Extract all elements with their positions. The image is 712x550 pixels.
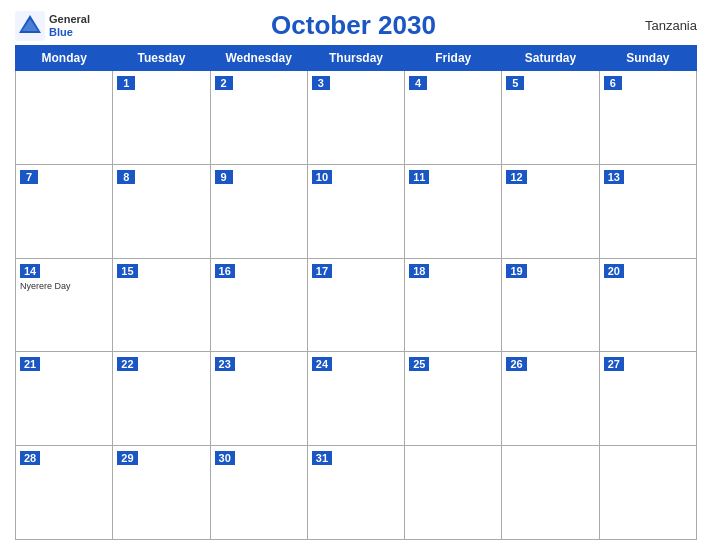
day-number: 12 [506,170,526,184]
calendar-week-row: 28293031 [16,446,697,540]
calendar-cell: 19 [502,258,599,352]
day-number: 20 [604,264,624,278]
calendar-cell: 24 [307,352,404,446]
logo-icon [15,11,45,41]
day-number: 31 [312,451,332,465]
country-name: Tanzania [617,18,697,33]
top-bar: General Blue October 2030 Tanzania [15,10,697,41]
calendar-cell: 11 [405,164,502,258]
weekday-header-saturday: Saturday [502,46,599,71]
day-number: 29 [117,451,137,465]
day-number: 30 [215,451,235,465]
calendar-cell: 13 [599,164,696,258]
day-number: 24 [312,357,332,371]
calendar-week-row: 78910111213 [16,164,697,258]
logo-text: General Blue [49,13,90,37]
calendar-cell [405,446,502,540]
day-number: 2 [215,76,233,90]
calendar-cell: 25 [405,352,502,446]
weekday-header-row: MondayTuesdayWednesdayThursdayFridaySatu… [16,46,697,71]
weekday-header-monday: Monday [16,46,113,71]
weekday-header-wednesday: Wednesday [210,46,307,71]
calendar-cell: 26 [502,352,599,446]
weekday-header-sunday: Sunday [599,46,696,71]
calendar-cell: 15 [113,258,210,352]
day-number: 26 [506,357,526,371]
day-number: 9 [215,170,233,184]
calendar-cell [16,71,113,165]
calendar-cell: 5 [502,71,599,165]
calendar-cell [502,446,599,540]
calendar-cell: 27 [599,352,696,446]
day-number: 11 [409,170,429,184]
calendar-week-row: 123456 [16,71,697,165]
calendar-cell: 7 [16,164,113,258]
calendar-cell: 4 [405,71,502,165]
weekday-header-thursday: Thursday [307,46,404,71]
calendar-cell: 9 [210,164,307,258]
day-number: 8 [117,170,135,184]
calendar-table: MondayTuesdayWednesdayThursdayFridaySatu… [15,45,697,540]
day-number: 15 [117,264,137,278]
day-number: 7 [20,170,38,184]
calendar-week-row: 21222324252627 [16,352,697,446]
calendar-cell: 30 [210,446,307,540]
calendar-cell: 29 [113,446,210,540]
day-number: 6 [604,76,622,90]
weekday-header-tuesday: Tuesday [113,46,210,71]
day-number: 17 [312,264,332,278]
day-number: 16 [215,264,235,278]
calendar-cell: 8 [113,164,210,258]
day-number: 13 [604,170,624,184]
day-number: 22 [117,357,137,371]
calendar-cell [599,446,696,540]
day-number: 23 [215,357,235,371]
holiday-label: Nyerere Day [20,281,108,291]
day-number: 21 [20,357,40,371]
day-number: 3 [312,76,330,90]
day-number: 27 [604,357,624,371]
calendar-cell: 14Nyerere Day [16,258,113,352]
day-number: 5 [506,76,524,90]
day-number: 4 [409,76,427,90]
calendar-cell: 23 [210,352,307,446]
calendar-cell: 31 [307,446,404,540]
calendar-cell: 3 [307,71,404,165]
calendar-cell: 6 [599,71,696,165]
calendar-cell: 18 [405,258,502,352]
calendar-cell: 28 [16,446,113,540]
calendar-body: 1234567891011121314Nyerere Day1516171819… [16,71,697,540]
day-number: 10 [312,170,332,184]
calendar-cell: 16 [210,258,307,352]
calendar-week-row: 14Nyerere Day151617181920 [16,258,697,352]
calendar-cell: 21 [16,352,113,446]
day-number: 25 [409,357,429,371]
logo: General Blue [15,11,90,41]
calendar-cell: 22 [113,352,210,446]
day-number: 19 [506,264,526,278]
day-number: 18 [409,264,429,278]
logo-general: General [49,13,90,25]
calendar-cell: 17 [307,258,404,352]
calendar-cell: 2 [210,71,307,165]
calendar-cell: 20 [599,258,696,352]
calendar-cell: 10 [307,164,404,258]
day-number: 28 [20,451,40,465]
day-number: 14 [20,264,40,278]
calendar-cell: 12 [502,164,599,258]
calendar-cell: 1 [113,71,210,165]
logo-blue: Blue [49,26,90,38]
calendar-title: October 2030 [90,10,617,41]
weekday-header-friday: Friday [405,46,502,71]
day-number: 1 [117,76,135,90]
